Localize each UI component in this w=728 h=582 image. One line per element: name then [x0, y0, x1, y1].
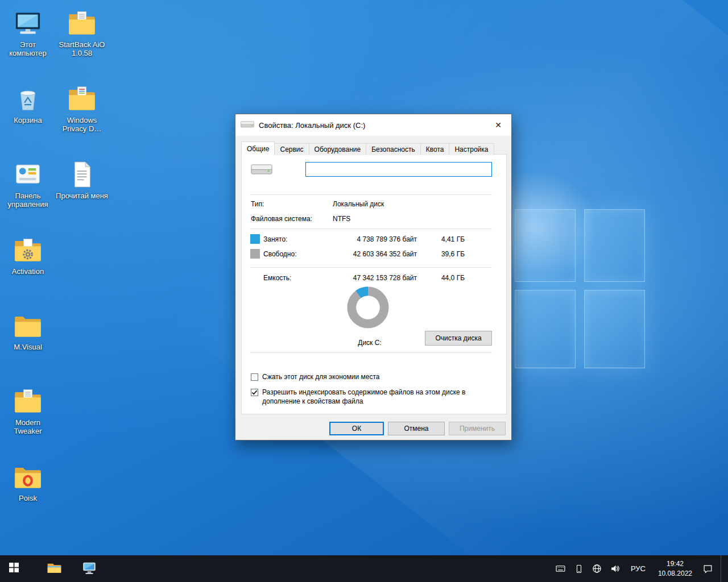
show-desktop-button[interactable]	[721, 555, 723, 582]
pinned-app-button[interactable]	[76, 555, 103, 582]
dialog-titlebar[interactable]: Свойства: Локальный диск (C:) ✕	[235, 114, 511, 136]
index-checkbox[interactable]	[251, 389, 258, 396]
filesystem-value: NTFS	[333, 215, 350, 223]
text-file-icon	[65, 158, 98, 191]
index-checkbox-row: Разрешить индексировать содержимое файло…	[251, 388, 499, 406]
free-size: 39,6 ГБ	[425, 250, 465, 258]
disk-cleanup-button[interactable]: Очистка диска	[425, 331, 492, 346]
capacity-size: 44,0 ГБ	[425, 274, 465, 282]
folder-browser-icon	[11, 460, 44, 493]
system-tray: РУС 19:42 10.08.2022	[556, 555, 728, 582]
used-label: Занято:	[263, 235, 287, 243]
tab-strip: Общие Сервис Оборудование Безопасность К…	[241, 142, 494, 155]
desktop-icon-label: Панель управления	[2, 192, 54, 209]
drive-icon-large	[251, 163, 272, 177]
language-indicator[interactable]: РУС	[628, 564, 648, 573]
disk-name-label: Диск C:	[313, 339, 427, 347]
action-center-icon[interactable]	[702, 564, 713, 574]
windows-start-icon	[9, 563, 19, 575]
tab-tools[interactable]: Сервис	[274, 143, 309, 155]
type-value: Локальный диск	[333, 200, 384, 208]
used-bytes: 4 738 789 376 байт	[316, 235, 417, 243]
used-size: 4,41 ГБ	[425, 235, 465, 243]
taskbar: РУС 19:42 10.08.2022	[0, 555, 728, 582]
dialog-title: Свойства: Локальный диск (C:)	[259, 121, 365, 130]
usage-donut-chart	[347, 286, 389, 330]
desktop-icon-label: M.Visual	[14, 343, 42, 352]
start-button[interactable]	[0, 555, 27, 582]
windows-logo-pane	[515, 209, 576, 282]
desktop-icon-startback[interactable]: StartBack AiO 1.0.58	[56, 7, 108, 58]
divider	[250, 267, 492, 268]
folder-colored-document-icon	[65, 82, 98, 115]
device-icon[interactable]	[574, 564, 584, 574]
volume-icon[interactable]	[610, 564, 621, 574]
desktop-icon-label: Modern Tweaker	[2, 419, 54, 436]
network-globe-icon[interactable]	[592, 564, 602, 574]
desktop-icon-label: Корзина	[14, 117, 42, 125]
clock-date: 10.08.2022	[658, 569, 692, 577]
desktop-icon-windows-privacy[interactable]: Windows Privacy D…	[56, 82, 108, 134]
index-checkbox-label: Разрешить индексировать содержимое файло…	[262, 388, 499, 406]
windows-logo-pane	[515, 290, 576, 368]
desktop-icon-this-pc[interactable]: Этот компьютер	[2, 7, 54, 58]
compress-checkbox[interactable]	[251, 373, 258, 381]
divider	[250, 228, 492, 229]
touch-keyboard-icon[interactable]	[556, 564, 566, 574]
desktop-icon-activation[interactable]: Activation	[2, 234, 54, 276]
tab-hardware[interactable]: Оборудование	[309, 143, 367, 155]
tab-customize[interactable]: Настройка	[449, 143, 494, 155]
close-icon[interactable]: ✕	[485, 114, 511, 136]
ok-button[interactable]: ОК	[329, 422, 384, 435]
file-explorer-button[interactable]	[40, 555, 68, 582]
control-panel-icon	[11, 158, 44, 191]
desktop-icon-label: Poisk	[19, 494, 37, 503]
windows-logo-pane	[584, 290, 645, 368]
desktop-icon-modern-tweaker[interactable]: Modern Tweaker	[2, 385, 54, 436]
desktop-icon-mvisual[interactable]: M.Visual	[2, 309, 54, 352]
desktop-icon-readme[interactable]: Прочитай меня	[56, 158, 108, 201]
cancel-button[interactable]: Отмена	[388, 422, 445, 435]
tab-security[interactable]: Безопасность	[366, 143, 421, 155]
desktop-icon-label: StartBack AiO 1.0.58	[56, 41, 108, 58]
drive-icon	[241, 120, 254, 130]
properties-dialog: Свойства: Локальный диск (C:) ✕ Общие Се…	[235, 114, 512, 440]
desktop-icon-label: Activation	[12, 268, 44, 276]
computer-icon	[11, 7, 44, 40]
desktop-icon-poisk[interactable]: Poisk	[2, 460, 54, 503]
windows-logo-pane	[584, 209, 645, 282]
clock-time: 19:42	[667, 560, 684, 568]
desktop-icon-label: Прочитай меня	[56, 192, 108, 201]
free-bytes: 42 603 364 352 байт	[316, 250, 417, 258]
desktop-icon-label: Windows Privacy D…	[56, 117, 108, 134]
folder-icon	[11, 309, 44, 342]
tab-quota[interactable]: Квота	[420, 143, 450, 155]
free-label: Свободно:	[263, 250, 297, 258]
taskbar-clock[interactable]: 19:42 10.08.2022	[656, 559, 694, 577]
tab-general[interactable]: Общие	[241, 142, 275, 155]
divider	[250, 194, 492, 195]
folder-document-icon	[65, 7, 98, 40]
free-color-swatch	[250, 249, 260, 259]
filesystem-label: Файловая система:	[251, 215, 312, 223]
windows-logo	[515, 209, 647, 369]
type-label: Тип:	[251, 200, 264, 208]
desktop-icon-control-panel[interactable]: Панель управления	[2, 158, 54, 209]
monitor-app-icon	[82, 560, 97, 577]
divider	[250, 352, 492, 353]
desktop-icon-recycle-bin[interactable]: Корзина	[2, 82, 54, 125]
compress-checkbox-label: Сжать этот диск для экономии места	[262, 373, 379, 382]
folder-document-icon	[11, 385, 44, 418]
apply-button[interactable]: Применить	[449, 422, 506, 435]
used-color-swatch	[250, 234, 260, 244]
dialog-button-row: ОК Отмена Применить	[329, 422, 506, 435]
general-tab-page: Тип: Локальный диск Файловая система: NT…	[241, 154, 507, 414]
capacity-bytes: 47 342 153 728 байт	[316, 274, 417, 282]
compress-checkbox-row: Сжать этот диск для экономии места	[251, 373, 499, 382]
capacity-label: Емкость:	[263, 274, 291, 282]
file-explorer-icon	[47, 560, 62, 577]
desktop-icon-label: Этот компьютер	[2, 41, 54, 58]
folder-gear-icon	[11, 234, 44, 267]
recycle-bin-icon	[11, 82, 44, 115]
volume-label-input[interactable]	[305, 162, 492, 177]
